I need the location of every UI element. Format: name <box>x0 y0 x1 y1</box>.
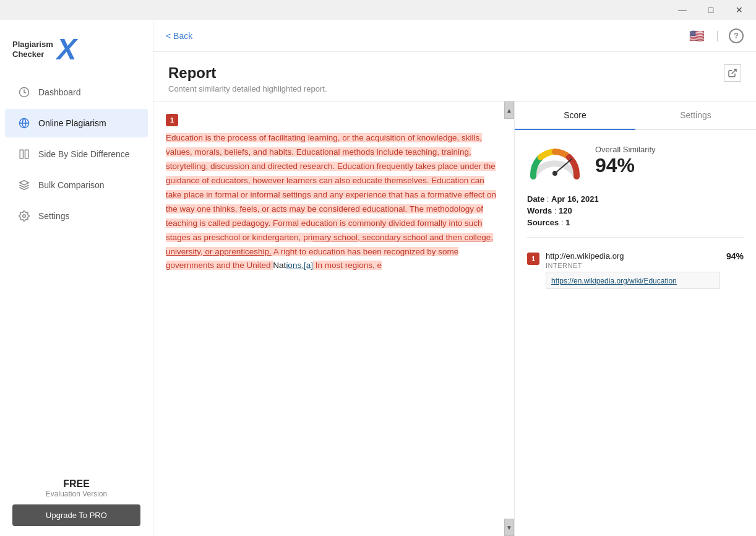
text-segment-primary: primary school, secondary school and the… <box>303 233 493 242</box>
words-value: 120 <box>559 206 572 215</box>
report-header: Report Content similarity detailed highl… <box>153 52 756 102</box>
source-badge-1: 1 <box>527 253 539 265</box>
online-plagiarism-label: Online Plagiarism <box>38 118 106 128</box>
source-link-1[interactable]: https://en.wikipedia.org/wiki/Education <box>551 277 677 285</box>
document-scroll-area[interactable]: 1 Education is the process of facilitati… <box>153 102 514 536</box>
upgrade-button[interactable]: Upgrade To PRO <box>12 504 140 526</box>
meta-info: Date : Apr 16, 2021 Words : 120 Sources … <box>527 194 744 227</box>
overall-section: Overall Similarity 94% <box>595 145 656 177</box>
help-button[interactable]: ? <box>729 28 744 43</box>
minimize-button[interactable]: — <box>668 0 697 20</box>
report-title: Report <box>168 64 327 82</box>
export-icon[interactable] <box>724 64 741 82</box>
meta-words: Words : 120 <box>527 206 744 215</box>
close-button[interactable]: ✕ <box>725 0 754 20</box>
sidebar-bottom: FREE Evaluation Version Upgrade To PRO <box>0 469 153 536</box>
svg-rect-3 <box>20 150 23 158</box>
sidebar-item-settings[interactable]: Settings <box>5 202 148 230</box>
logo-x-icon: X <box>57 35 77 64</box>
main-content: < Back 🇺🇸 | ? Report Content similarity … <box>153 20 756 536</box>
svg-marker-5 <box>20 181 29 186</box>
gauge-container <box>527 142 583 179</box>
back-button[interactable]: < Back <box>166 31 192 41</box>
eval-label: Evaluation Version <box>12 490 140 498</box>
gear-icon <box>17 209 31 223</box>
text-segment-university: university, or apprenticeship. <box>166 247 272 256</box>
maximize-button[interactable]: □ <box>697 0 725 20</box>
svg-point-6 <box>23 215 26 218</box>
source-type-1: INTERNET <box>546 262 720 269</box>
free-label: FREE <box>12 478 140 490</box>
bulk-comparison-label: Bulk Comparison <box>38 180 105 190</box>
words-label: Words <box>527 206 552 215</box>
tabs-row: Score Settings <box>515 102 756 130</box>
gauge-svg <box>527 142 583 179</box>
source-url-1: http://en.wikipedia.org <box>546 251 720 261</box>
right-panel: Score Settings <box>515 102 756 536</box>
panels: 1 Education is the process of facilitati… <box>153 102 756 536</box>
title-bar: — □ ✕ <box>0 0 756 20</box>
tab-score[interactable]: Score <box>515 102 635 130</box>
source-pct-1: 94% <box>726 251 744 261</box>
source-details-1: http://en.wikipedia.org INTERNET https:/… <box>546 251 720 289</box>
text-segment-1: Education is the process of facilitating… <box>166 133 496 242</box>
overall-value: 94% <box>595 154 656 177</box>
logo-text-line2: Checker <box>12 50 53 59</box>
divider <box>527 237 744 238</box>
language-flag-icon[interactable]: 🇺🇸 <box>687 30 706 42</box>
document-number-badge: 1 <box>166 114 178 126</box>
text-segment-ions: ions.[a] <box>286 261 313 270</box>
tab-settings[interactable]: Settings <box>635 102 756 130</box>
app-body: Plagiarism Checker X Dashboard <box>0 20 756 536</box>
text-segment-regions: In most regions, e <box>313 261 382 270</box>
overall-label: Overall Similarity <box>595 145 656 154</box>
sidebar-item-dashboard[interactable]: Dashboard <box>5 78 148 106</box>
top-bar: < Back 🇺🇸 | ? <box>153 20 756 52</box>
clock-icon <box>17 85 31 99</box>
date-value: Apr 16, 2021 <box>551 194 599 204</box>
columns-icon <box>17 147 31 161</box>
source-item-1: 1 http://en.wikipedia.org INTERNET https… <box>527 245 744 295</box>
meta-date: Date : Apr 16, 2021 <box>527 194 744 204</box>
svg-rect-4 <box>25 150 28 158</box>
top-bar-right: 🇺🇸 | ? <box>687 28 744 43</box>
logo-text-line1: Plagiarism <box>12 40 53 50</box>
svg-point-8 <box>552 171 557 176</box>
text-segment-nat: Nat <box>273 261 286 270</box>
sidebar: Plagiarism Checker X Dashboard <box>0 20 153 536</box>
sources-label: Sources <box>527 218 559 227</box>
report-subtitle: Content similarity detailed highlighted … <box>168 84 327 93</box>
logo-area: Plagiarism Checker X <box>0 20 153 77</box>
separator: | <box>716 29 719 42</box>
settings-label: Settings <box>38 211 70 221</box>
side-by-side-label: Side By Side Difference <box>38 149 130 159</box>
globe-icon <box>17 116 31 130</box>
sources-value: 1 <box>565 218 570 227</box>
document-panel: 1 Education is the process of facilitati… <box>153 102 515 536</box>
scroll-up-button[interactable]: ▲ <box>504 102 514 119</box>
scroll-down-button[interactable]: ▼ <box>504 519 514 536</box>
sidebar-item-bulk-comparison[interactable]: Bulk Comparison <box>5 171 148 199</box>
layers-icon <box>17 178 31 192</box>
meta-sources: Sources : 1 <box>527 218 744 227</box>
date-label: Date <box>527 194 544 204</box>
sidebar-item-side-by-side[interactable]: Side By Side Difference <box>5 140 148 168</box>
gauge-section: Overall Similarity 94% <box>527 142 744 179</box>
score-content: Overall Similarity 94% Date : Apr 16, 20… <box>515 130 756 536</box>
document-text: Education is the process of facilitating… <box>166 131 502 273</box>
dashboard-label: Dashboard <box>38 87 81 97</box>
sidebar-item-online-plagiarism[interactable]: Online Plagiarism <box>5 109 148 137</box>
